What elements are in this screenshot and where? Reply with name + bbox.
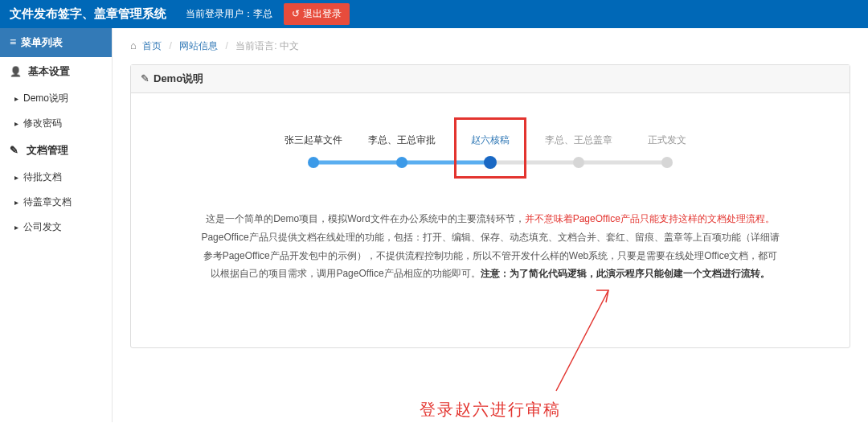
sidebar-item-pending-approve[interactable]: 待批文档	[0, 165, 112, 190]
breadcrumb: 首页 / 网站信息 / 当前语言: 中文	[130, 39, 850, 53]
sidebar-title: 菜单列表	[0, 28, 112, 57]
sidebar-item-demo[interactable]: Demo说明	[0, 86, 112, 111]
app-header: 文件发布签字、盖章管理系统 当前登录用户：李总 退出登录	[0, 0, 868, 28]
home-icon	[130, 40, 140, 51]
panel: Demo说明 张三起草文件 李总、王总审批 赵六核稿	[130, 64, 850, 348]
user-icon	[10, 65, 25, 77]
current-user: 当前登录用户：李总	[186, 7, 272, 21]
svg-line-0	[556, 290, 608, 391]
breadcrumb-page[interactable]: 网站信息	[179, 40, 218, 51]
app-title: 文件发布签字、盖章管理系统	[10, 6, 166, 22]
sidebar-item-pending-seal[interactable]: 待盖章文档	[0, 190, 112, 215]
edit-icon	[10, 144, 23, 156]
panel-title: Demo说明	[131, 65, 850, 93]
description: 这是一个简单的Demo项目，模拟Word文件在办公系统中的主要流转环节，并不意味…	[201, 210, 780, 283]
annotation-arrow	[548, 286, 612, 399]
main-content: 首页 / 网站信息 / 当前语言: 中文 Demo说明 张三起草文件 李总、王总…	[113, 28, 868, 422]
annotation-text: 登录赵六进行审稿	[420, 399, 561, 421]
sidebar-section-docs[interactable]: 文档管理	[0, 136, 112, 165]
highlight-box	[454, 117, 526, 179]
sidebar-item-password[interactable]: 修改密码	[0, 111, 112, 136]
sidebar-item-company-publish[interactable]: 公司发文	[0, 215, 112, 240]
logout-button[interactable]: 退出登录	[284, 3, 350, 25]
sidebar: 菜单列表 基本设置 Demo说明 修改密码 文档管理 待批文档 待盖章文档 公司…	[0, 28, 113, 422]
breadcrumb-lang: 当前语言: 中文	[235, 40, 299, 51]
workflow-stepper: 张三起草文件 李总、王总审批 赵六核稿 李总、王总盖章	[147, 133, 833, 170]
step-3: 赵六核稿	[446, 133, 534, 170]
step-1: 张三起草文件	[269, 133, 358, 170]
breadcrumb-home[interactable]: 首页	[142, 40, 162, 51]
sidebar-section-basic[interactable]: 基本设置	[0, 57, 112, 86]
